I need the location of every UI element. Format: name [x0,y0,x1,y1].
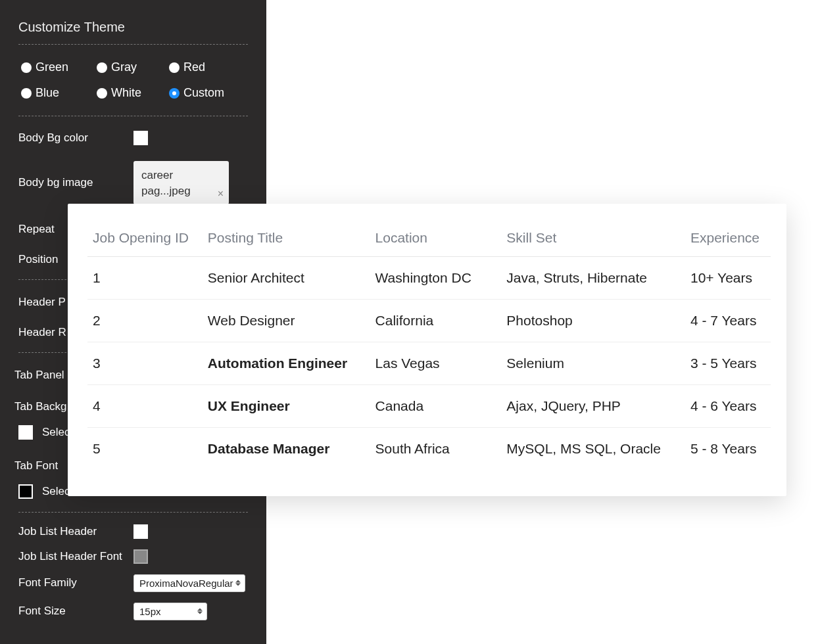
radio-icon [169,62,180,73]
cell-skills: Selenium [501,342,685,385]
table-row[interactable]: 2Web DesignerCaliforniaPhotoshop4 - 7 Ye… [87,300,771,342]
cell-title: Automation Engineer [203,342,370,385]
cell-skills: Java, Struts, Hibernate [501,257,685,300]
close-icon[interactable]: × [218,187,224,201]
cell-location: South Africa [370,428,502,471]
select-value: 15px [139,606,161,617]
job-openings-panel: Job Opening ID Posting Title Location Sk… [68,204,786,496]
col-header-id[interactable]: Job Opening ID [87,223,203,257]
cell-experience: 3 - 5 Years [685,342,771,385]
cell-title: Database Manager [203,428,370,471]
body-settings: Body Bg color Body bg image career pag..… [0,116,266,204]
theme-radio-group: Green Gray Red Blue White Custom [0,45,266,116]
font-size-row: Font Size 15px [18,603,248,620]
cell-location: Canada [370,385,502,428]
table-row[interactable]: 4UX EngineerCanadaAjax, JQuery, PHP4 - 6… [87,385,771,428]
sidebar-title: Customize Theme [0,13,266,44]
col-header-skills[interactable]: Skill Set [501,223,685,257]
cell-id: 5 [87,428,203,471]
cell-id: 2 [87,300,203,342]
cell-experience: 10+ Years [685,257,771,300]
theme-radio-red[interactable]: Red [169,60,241,74]
tab-font-selected-swatch[interactable] [18,484,33,499]
col-header-location[interactable]: Location [370,223,502,257]
table-row[interactable]: 1Senior ArchitectWashington DCJava, Stru… [87,257,771,300]
cell-location: Washington DC [370,257,502,300]
cell-location: Las Vegas [370,342,502,385]
table-header-row: Job Opening ID Posting Title Location Sk… [87,223,771,257]
radio-icon [97,88,107,99]
job-list-settings: Job List Header Job List Header Font Fon… [0,513,266,620]
font-size-select[interactable]: 15px [133,603,207,620]
job-list-header-font-label: Job List Header Font [18,550,133,563]
cell-title: Senior Architect [203,257,370,300]
radio-label: Blue [36,86,59,100]
body-bg-color-label: Body Bg color [18,131,133,145]
tab-backg-selected-swatch[interactable] [18,425,33,440]
job-list-header-font-row: Job List Header Font [18,549,248,564]
select-value: ProximaNovaRegular [139,578,233,589]
radio-label: White [111,86,141,100]
cell-skills: Photoshop [501,300,685,342]
font-size-label: Font Size [18,605,133,618]
radio-icon [97,62,107,73]
cell-skills: Ajax, JQuery, PHP [501,385,685,428]
job-list-header-row: Job List Header [18,524,248,539]
job-list-header-swatch[interactable] [133,524,148,539]
radio-label: Red [183,60,205,74]
select-arrows-icon [197,609,203,614]
theme-radio-custom[interactable]: Custom [169,86,241,100]
cell-id: 4 [87,385,203,428]
cell-id: 3 [87,342,203,385]
radio-label: Green [36,60,68,74]
font-family-row: Font Family ProximaNovaRegular [18,574,248,592]
font-family-select[interactable]: ProximaNovaRegular [133,574,245,592]
cell-location: California [370,300,502,342]
cell-experience: 5 - 8 Years [685,428,771,471]
body-bg-image-label: Body bg image [18,176,133,189]
col-header-experience[interactable]: Experience [685,223,771,257]
cell-experience: 4 - 6 Years [685,385,771,428]
table-row[interactable]: 3Automation EngineerLas VegasSelenium3 -… [87,342,771,385]
cell-title: UX Engineer [203,385,370,428]
font-family-label: Font Family [18,576,133,589]
cell-skills: MySQL, MS SQL, Oracle [501,428,685,471]
file-name: career pag...jpeg [141,169,191,197]
cell-experience: 4 - 7 Years [685,300,771,342]
radio-icon [21,62,32,73]
theme-radio-white[interactable]: White [97,86,169,100]
select-arrows-icon [235,580,241,586]
col-header-title[interactable]: Posting Title [203,223,370,257]
radio-label: Gray [111,60,137,74]
body-bg-color-swatch[interactable] [133,131,148,145]
body-bg-image-row: Body bg image career pag...jpeg × [18,161,248,204]
job-list-header-font-swatch[interactable] [133,549,148,564]
theme-radio-green[interactable]: Green [21,60,97,74]
job-list-header-label: Job List Header [18,525,133,538]
theme-radio-gray[interactable]: Gray [97,60,169,74]
radio-label: Custom [183,86,224,100]
radio-icon [169,88,180,99]
theme-radio-blue[interactable]: Blue [21,86,97,100]
cell-title: Web Designer [203,300,370,342]
table-row[interactable]: 5Database ManagerSouth AfricaMySQL, MS S… [87,428,771,471]
job-openings-table: Job Opening ID Posting Title Location Sk… [87,223,771,470]
body-bg-color-row: Body Bg color [18,131,248,145]
cell-id: 1 [87,257,203,300]
radio-icon [21,88,32,99]
body-bg-image-file[interactable]: career pag...jpeg × [133,161,229,204]
